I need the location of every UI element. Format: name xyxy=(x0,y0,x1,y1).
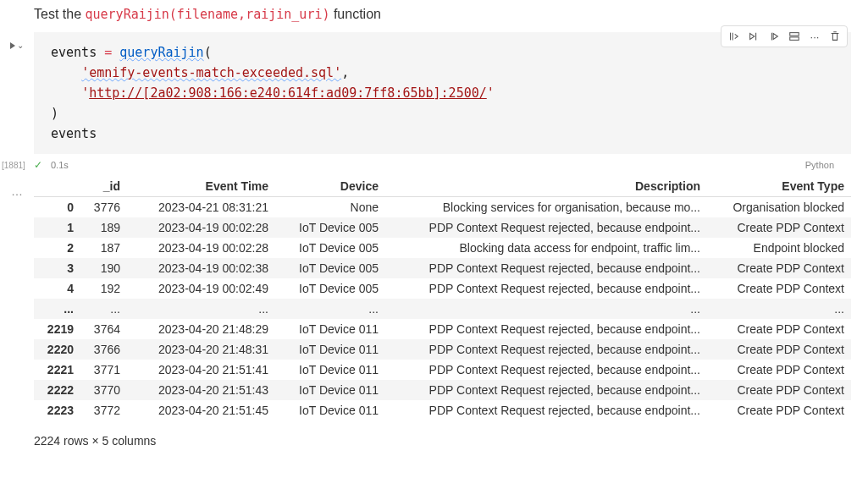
code-token: ' xyxy=(81,85,89,101)
table-cell: 3776 xyxy=(80,197,127,218)
table-cell: IoT Device 011 xyxy=(275,339,385,360)
cell-body: ··· events = queryRaijin( 'emnify-events… xyxy=(34,32,868,176)
code-editor[interactable]: events = queryRaijin( 'emnify-events-mat… xyxy=(34,32,851,154)
run-cell-button[interactable]: ⌄ xyxy=(10,41,24,50)
table-cell: PDP Context Request rejected, because en… xyxy=(385,319,707,339)
table-cell: PDP Context Request rejected, because en… xyxy=(385,258,707,278)
table-cell: 187 xyxy=(80,238,127,258)
md-code-inline: queryRaijin(filename,raijin_uri) xyxy=(85,7,329,22)
table-row: 221937642023-04-20 21:48:29IoT Device 01… xyxy=(34,319,851,339)
table-cell: Create PDP Context xyxy=(707,319,851,339)
table-cell: 2023-04-20 21:48:29 xyxy=(127,319,275,339)
table-header: _id xyxy=(80,176,127,197)
language-label[interactable]: Python xyxy=(805,160,834,170)
table-row: 41922023-04-19 00:02:49IoT Device 005PDP… xyxy=(34,278,851,299)
table-cell: ... xyxy=(275,299,385,319)
table-body: 037762023-04-21 08:31:21NoneBlocking ser… xyxy=(34,197,851,421)
table-cell: Create PDP Context xyxy=(707,278,851,299)
table-cell: 1 xyxy=(34,217,80,238)
table-cell: Blocking data access for endpoint, traff… xyxy=(385,238,707,258)
run-gutter: ⌄ xyxy=(0,32,34,50)
table-cell: IoT Device 005 xyxy=(275,258,385,278)
code-token: ) xyxy=(51,106,58,121)
table-cell: 192 xyxy=(80,278,127,299)
table-cell: IoT Device 005 xyxy=(275,217,385,238)
code-token: ( xyxy=(204,45,212,60)
table-cell: PDP Context Request rejected, because en… xyxy=(385,360,707,380)
table-cell: 2023-04-20 21:51:43 xyxy=(127,380,275,400)
code-token: , xyxy=(341,65,349,80)
code-cell: ⌄ ··· events = queryRaijin( 'emnify-even… xyxy=(0,32,868,176)
svg-rect-5 xyxy=(790,37,799,41)
table-header: Event Time xyxy=(127,176,275,197)
code-token: queryRaijin xyxy=(119,45,203,60)
delete-cell-icon[interactable] xyxy=(828,30,842,43)
table-cell: PDP Context Request rejected, because en… xyxy=(385,339,707,360)
table-row: 222037662023-04-20 21:48:31IoT Device 01… xyxy=(34,339,851,360)
code-token-url: http://[2a02:908:166:e240:614f:ad09:7ff8… xyxy=(89,85,487,101)
code-token: events xyxy=(51,45,97,60)
table-cell: 3772 xyxy=(80,400,127,420)
table-cell: 2023-04-19 00:02:28 xyxy=(127,238,275,258)
table-row: 222237702023-04-20 21:51:43IoT Device 01… xyxy=(34,380,851,400)
table-row: 037762023-04-21 08:31:21NoneBlocking ser… xyxy=(34,197,851,218)
table-cell: Create PDP Context xyxy=(707,380,851,400)
chevron-down-icon: ⌄ xyxy=(17,41,24,50)
table-cell: 0 xyxy=(34,197,80,218)
table-cell: Create PDP Context xyxy=(707,258,851,278)
table-cell: IoT Device 011 xyxy=(275,360,385,380)
table-cell: 2023-04-20 21:48:31 xyxy=(127,339,275,360)
table-cell: 2023-04-19 00:02:49 xyxy=(127,278,275,299)
table-cell: ... xyxy=(385,299,707,319)
table-row: 31902023-04-19 00:02:38IoT Device 005PDP… xyxy=(34,258,851,278)
execution-count: [1881] xyxy=(2,161,25,170)
table-cell: 2220 xyxy=(34,339,80,360)
execution-time: 0.1s xyxy=(51,160,69,170)
table-cell: PDP Context Request rejected, because en… xyxy=(385,400,707,420)
execute-above-icon[interactable] xyxy=(747,30,760,43)
table-cell: IoT Device 011 xyxy=(275,380,385,400)
table-cell: 3 xyxy=(34,258,80,278)
table-cell: 2023-04-20 21:51:41 xyxy=(127,360,275,380)
cell-toolbar: ··· xyxy=(721,25,848,47)
split-cell-icon[interactable] xyxy=(788,30,801,43)
table-cell: 3770 xyxy=(80,380,127,400)
table-cell: Create PDP Context xyxy=(707,339,851,360)
table-row: 21872023-04-19 00:02:28IoT Device 005Blo… xyxy=(34,238,851,258)
md-text-suffix: function xyxy=(329,7,380,21)
table-cell: PDP Context Request rejected, because en… xyxy=(385,278,707,299)
svg-rect-4 xyxy=(790,33,799,36)
table-cell: 3771 xyxy=(80,360,127,380)
table-cell: PDP Context Request rejected, because en… xyxy=(385,380,707,400)
table-row: .................. xyxy=(34,299,851,319)
table-header: Event Type xyxy=(707,176,851,197)
table-cell: ... xyxy=(707,299,851,319)
table-summary: 2224 rows × 5 columns xyxy=(34,420,851,448)
table-cell: Create PDP Context xyxy=(707,360,851,380)
table-cell: 2222 xyxy=(34,380,80,400)
table-cell: ... xyxy=(80,299,127,319)
code-token: 'emnify-events-match-exceeded.sql' xyxy=(81,65,341,80)
table-cell: ... xyxy=(34,299,80,319)
more-actions-icon[interactable]: ··· xyxy=(808,30,821,43)
table-cell: Blocking services for organisation, beca… xyxy=(385,197,707,218)
dataframe-table: _id Event Time Device Description Event … xyxy=(34,176,851,420)
table-cell: 190 xyxy=(80,258,127,278)
table-header-row: _id Event Time Device Description Event … xyxy=(34,176,851,197)
table-cell: 2223 xyxy=(34,400,80,420)
output-options-icon[interactable]: … xyxy=(0,176,34,448)
table-row: 222337722023-04-20 21:51:45IoT Device 01… xyxy=(34,400,851,420)
table-header: Description xyxy=(385,176,707,197)
svg-marker-3 xyxy=(773,34,777,40)
run-by-line-icon[interactable] xyxy=(727,30,740,43)
execute-below-icon[interactable] xyxy=(767,30,781,43)
table-row: 222137712023-04-20 21:51:41IoT Device 01… xyxy=(34,360,851,380)
code-token: = xyxy=(97,45,119,60)
table-cell: 2219 xyxy=(34,319,80,339)
table-cell: 2221 xyxy=(34,360,80,380)
code-token: events xyxy=(51,126,97,141)
table-cell: ... xyxy=(127,299,275,319)
table-cell: 3766 xyxy=(80,339,127,360)
svg-marker-0 xyxy=(750,34,755,40)
table-cell: IoT Device 005 xyxy=(275,238,385,258)
